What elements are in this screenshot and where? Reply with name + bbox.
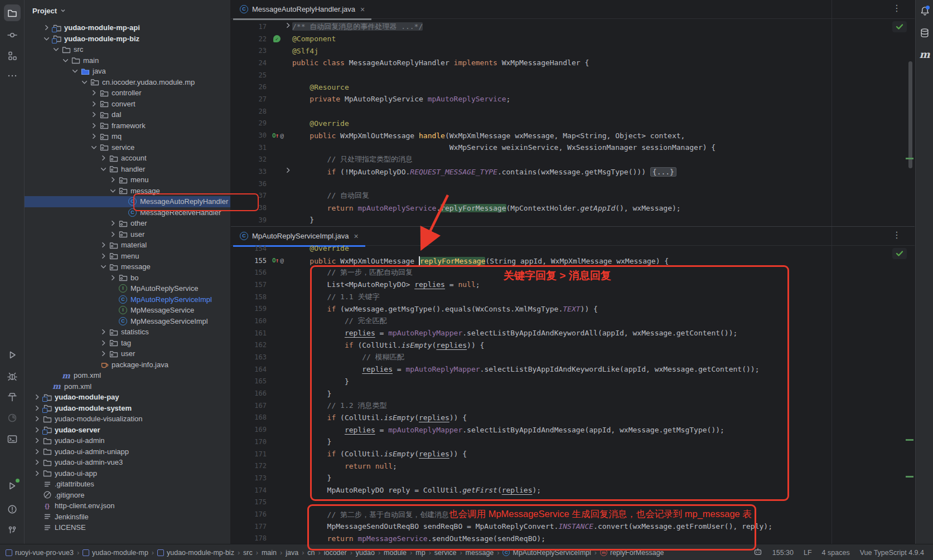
breadcrumb-item-message[interactable]: message (466, 549, 494, 557)
tree-item-messagereceivehandler[interactable]: CMessageReceiveHandler (25, 207, 230, 218)
breadcrumb-item-yudao-module-mp[interactable]: yudao-module-mp (83, 549, 148, 557)
code-line-39[interactable]: 39 } (231, 214, 915, 226)
code-line-27[interactable]: 27 private MpAutoReplyService mpAutoRepl… (231, 93, 915, 105)
tree-item-service[interactable]: service (25, 142, 230, 153)
chevron-down-icon[interactable] (107, 188, 118, 194)
chevron-right-icon[interactable] (88, 101, 99, 107)
tree-item-yudao-module-visualization[interactable]: yudao-module-visualization (25, 413, 230, 425)
breadcrumb-item-mp[interactable]: mp (415, 549, 425, 557)
code-line-170[interactable]: 170 } (231, 436, 915, 448)
chevron-right-icon[interactable] (31, 416, 42, 422)
tree-item-yudao-module-pay[interactable]: yudao-module-pay (25, 392, 230, 403)
close-icon[interactable]: × (360, 5, 365, 14)
chevron-down-icon[interactable] (98, 264, 109, 270)
tree-item-jenkinsfile[interactable]: Jenkinsfile (25, 512, 230, 523)
tree-item-other[interactable]: other (25, 218, 230, 229)
code-line-172[interactable]: 172 return null; (231, 460, 915, 472)
breadcrumb-item-cn[interactable]: cn (307, 549, 315, 557)
tree-item--gitignore[interactable]: .gitignore (25, 490, 230, 501)
code-line-163[interactable]: 163 // 模糊匹配 (231, 351, 915, 363)
breadcrumb-item-replyformessage[interactable]: mreplyForMessage (600, 549, 664, 557)
breadcrumb-item-mpautoreplyserviceimpl[interactable]: CMpAutoReplyServiceImpl (502, 549, 591, 557)
indent-setting[interactable]: 4 spaces (822, 549, 850, 557)
chevron-right-icon[interactable] (31, 405, 42, 411)
tree-item-http-client-env-json[interactable]: {}http-client.env.json (25, 500, 230, 512)
code-line-26[interactable]: 26 @Resource (231, 81, 915, 93)
chevron-right-icon[interactable] (98, 253, 109, 259)
tree-item-license[interactable]: LICENSE (25, 522, 230, 533)
breadcrumb-item-ruoyi-vue-pro-vue3[interactable]: ruoyi-vue-pro-vue3 (6, 549, 74, 557)
tree-item-mpmessageserviceimpl[interactable]: CMpMessageServiceImpl (25, 316, 230, 327)
services-tool-icon[interactable] (4, 478, 21, 494)
chevron-down-icon[interactable] (79, 79, 90, 85)
breadcrumb-item-iocoder[interactable]: iocoder (324, 549, 347, 557)
code-line-22[interactable]: 22✓@Component (231, 33, 915, 45)
tree-item--gitattributes[interactable]: .gitattributes (25, 479, 230, 490)
ai-assistant-robot-icon[interactable] (753, 548, 762, 557)
line-ending[interactable]: LF (804, 549, 812, 557)
maven-tool-icon[interactable]: m (919, 48, 931, 60)
tree-item-menu[interactable]: menu (25, 251, 230, 262)
code-line-23[interactable]: 23@Slf4j (231, 45, 915, 57)
code-line-17[interactable]: 17/** 自动回复消息的事件处理器 ...*/ (231, 21, 915, 33)
tree-item-mq[interactable]: mq (25, 131, 230, 142)
code-line-178[interactable]: 178 return mpMessageService.sendOutMessa… (231, 533, 915, 545)
tree-item-mpmessageservice[interactable]: IMpMessageService (25, 305, 230, 316)
structure-tool-icon[interactable] (4, 47, 21, 64)
chevron-right-icon[interactable] (98, 242, 109, 248)
breadcrumb-item-main[interactable]: main (262, 549, 277, 557)
chevron-right-icon[interactable] (98, 155, 109, 161)
breadcrumb-item-src[interactable]: src (243, 549, 253, 557)
chevron-right-icon[interactable] (107, 220, 118, 226)
tree-item-controller[interactable]: controller (25, 87, 230, 99)
code-line-156[interactable]: 156 // 第一步，匹配自动回复 (231, 266, 915, 279)
file-type[interactable]: Vue TypeScript 4.9.4 (860, 549, 924, 557)
code-line-166[interactable]: 166 } (231, 387, 915, 400)
notifications-tool-icon[interactable] (919, 4, 931, 17)
tree-item-java[interactable]: java (25, 66, 230, 77)
project-tool-icon[interactable] (4, 4, 21, 21)
chevron-right-icon[interactable] (31, 459, 42, 465)
tree-item-account[interactable]: account (25, 153, 230, 164)
tree-item-convert[interactable]: convert (25, 99, 230, 110)
editor-options-kebab-icon[interactable]: ⋮ (892, 230, 901, 240)
problems-tool-icon[interactable] (4, 501, 21, 518)
tree-item-pom-xml[interactable]: mpom.xml (25, 370, 230, 381)
chevron-right-icon[interactable] (88, 123, 99, 129)
tree-item-package-info-java[interactable]: package-info.java (25, 359, 230, 371)
code-line-165[interactable]: 165 } (231, 376, 915, 388)
chevron-right-icon[interactable] (98, 340, 109, 346)
tree-item-material[interactable]: material (25, 240, 230, 251)
code-line-173[interactable]: 173 } (231, 472, 915, 484)
breadcrumb-item-java[interactable]: java (286, 549, 298, 557)
fold-icon[interactable] (285, 167, 291, 175)
tree-item-tag[interactable]: tag (25, 338, 230, 349)
chevron-down-icon[interactable] (98, 166, 109, 172)
code-line-174[interactable]: 174 MpAutoReplyDO reply = CollUtil.getFi… (231, 484, 915, 496)
chevron-right-icon[interactable] (88, 90, 99, 96)
code-line-32[interactable]: 32 // 只处理指定类型的消息 (231, 154, 915, 166)
chevron-right-icon[interactable] (41, 25, 52, 31)
chevron-right-icon[interactable] (31, 470, 42, 476)
chevron-right-icon[interactable] (88, 111, 99, 118)
tree-item-mpautoreplyserviceimpl[interactable]: CMpAutoReplyServiceImpl (25, 294, 230, 305)
code-line-25[interactable]: 25 (231, 69, 915, 81)
chevron-down-icon[interactable] (50, 46, 61, 52)
code-line-168[interactable]: 168 if (CollUtil.isEmpty(replies)) { (231, 412, 915, 424)
commit-tool-icon[interactable] (4, 27, 21, 43)
version-control-tool-icon[interactable] (4, 522, 21, 539)
tree-item-user[interactable]: user (25, 348, 230, 359)
editor-options-kebab-icon[interactable]: ⋮ (892, 3, 901, 13)
tree-item-yudao-ui-admin-uniapp[interactable]: yudao-ui-admin-uniapp (25, 446, 230, 457)
tree-item-mpautoreplyservice[interactable]: IMpAutoReplyService (25, 283, 230, 294)
code-line-36[interactable]: 36 (231, 178, 915, 190)
code-line-167[interactable]: 167 // 1.2 消息类型 (231, 400, 915, 412)
code-line-30[interactable]: 30O↑@ public WxMpXmlOutMessage handle(Wx… (231, 129, 915, 142)
code-line-160[interactable]: 160 // 完全匹配 (231, 315, 915, 327)
debug-tool-icon[interactable] (4, 368, 21, 384)
chevron-right-icon[interactable] (31, 427, 42, 433)
chevron-right-icon[interactable] (107, 275, 118, 281)
tree-item-message[interactable]: message (25, 186, 230, 197)
more-tool-icon[interactable] (4, 67, 21, 84)
tree-item-user[interactable]: user (25, 229, 230, 240)
